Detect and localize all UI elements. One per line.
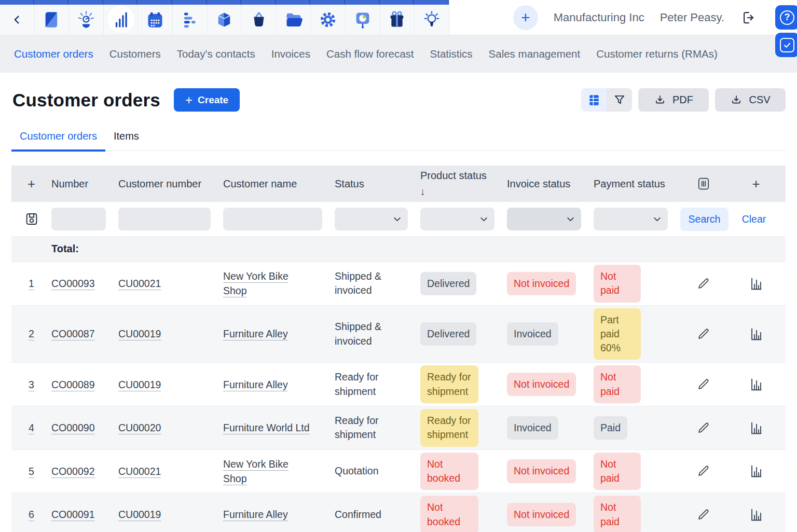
chevron-down-icon — [566, 215, 575, 224]
app-rewards[interactable] — [380, 0, 415, 35]
order-number-link[interactable]: CO00090 — [51, 422, 94, 433]
table-view-button[interactable] — [581, 88, 607, 112]
save-filter-icon[interactable] — [24, 212, 39, 226]
app-dashboard[interactable] — [69, 0, 104, 35]
search-button[interactable]: Search — [680, 208, 729, 231]
order-stats-button[interactable] — [726, 508, 786, 522]
customer-number-link[interactable]: CU00019 — [118, 509, 161, 520]
customer-name-link[interactable]: Furniture World Ltd — [223, 420, 310, 435]
product-status-filter-select[interactable] — [420, 208, 494, 230]
csv-button-label: CSV — [749, 94, 770, 106]
row-index-link[interactable]: 6 — [29, 507, 34, 522]
nav-statistics[interactable]: Statistics — [430, 48, 473, 60]
customer-name-link[interactable]: Furniture Alley — [223, 326, 288, 341]
chart-icon — [749, 464, 763, 478]
add-company-button[interactable]: + — [513, 5, 538, 30]
customer-number-filter-input[interactable] — [118, 208, 211, 230]
customer-name-filter-input[interactable] — [223, 208, 322, 230]
invoice-status-filter-select[interactable] — [507, 208, 581, 230]
number-filter-input[interactable] — [51, 208, 106, 230]
tab-customer-orders[interactable]: Customer orders — [11, 130, 105, 151]
customer-number-link[interactable]: CU00019 — [118, 379, 161, 390]
app-products[interactable] — [208, 0, 242, 35]
customer-number-link[interactable]: CU00019 — [118, 328, 161, 339]
row-index-link[interactable]: 3 — [29, 377, 34, 392]
customer-number-link[interactable]: CU00021 — [118, 466, 161, 477]
customer-name-link[interactable]: New York Bike Shop — [223, 269, 312, 298]
row-index-link[interactable]: 2 — [29, 326, 34, 341]
edit-order-button[interactable] — [680, 277, 726, 291]
payment-status-filter-select[interactable] — [594, 208, 668, 230]
nav-sales-management[interactable]: Sales management — [489, 48, 581, 60]
header-invoice-status[interactable]: Invoice status — [507, 176, 585, 192]
columns-settings-icon[interactable] — [697, 177, 710, 190]
customer-number-link[interactable]: CU00021 — [118, 278, 161, 289]
table-row: 4 CO00090 CU00020 Furniture World Ltd Re… — [11, 406, 786, 449]
question-mark-icon: ? — [780, 10, 794, 25]
add-column-icon[interactable]: + — [752, 176, 760, 192]
product-status-badge: Delivered — [420, 322, 476, 346]
header-customer-name[interactable]: Customer name — [223, 176, 311, 192]
help-button[interactable]: ? — [775, 5, 797, 30]
status-filter-select[interactable] — [335, 208, 408, 230]
edit-order-button[interactable] — [680, 464, 726, 478]
header-status[interactable]: Status — [335, 176, 379, 192]
nav-customers[interactable]: Customers — [109, 48, 161, 60]
app-logo[interactable] — [35, 0, 70, 35]
order-stats-button[interactable] — [726, 421, 786, 435]
customer-name-link[interactable]: Furniture Alley — [223, 507, 288, 522]
header-product-status[interactable]: Product status ↓ — [420, 168, 507, 200]
order-stats-button[interactable] — [726, 277, 786, 291]
edit-order-button[interactable] — [680, 508, 726, 522]
order-number-link[interactable]: CO00092 — [51, 466, 94, 477]
back-button[interactable] — [0, 0, 35, 35]
csv-export-button[interactable]: CSV — [715, 88, 786, 112]
create-button[interactable]: + Create — [174, 88, 240, 112]
customer-name-link[interactable]: New York Bike Shop — [223, 457, 312, 486]
nav-invoices[interactable]: Invoices — [271, 48, 310, 60]
pdf-export-button[interactable]: PDF — [638, 88, 709, 112]
app-reports[interactable] — [346, 0, 380, 35]
app-tasks[interactable] — [173, 0, 208, 35]
presentation-icon — [353, 10, 372, 29]
order-number-link[interactable]: CO00093 — [51, 278, 94, 289]
order-number-link[interactable]: CO00087 — [51, 328, 94, 339]
company-name[interactable]: Manufacturing Inc — [554, 11, 644, 24]
nav-cash-flow-forecast[interactable]: Cash flow forecast — [326, 48, 414, 60]
header-customer-number[interactable]: Customer number — [118, 176, 216, 192]
app-settings[interactable] — [311, 0, 346, 35]
header-number[interactable]: Number — [51, 176, 103, 192]
app-statistics[interactable] — [104, 0, 139, 35]
customer-number-link[interactable]: CU00020 — [118, 422, 161, 433]
tasks-button[interactable] — [775, 33, 797, 57]
order-stats-button[interactable] — [726, 377, 786, 391]
add-row-icon[interactable]: + — [28, 176, 35, 192]
logout-icon[interactable] — [740, 10, 755, 25]
nav-todays-contacts[interactable]: Today's contacts — [177, 48, 255, 60]
filter-view-button[interactable] — [607, 88, 632, 112]
sort-descending-icon: ↓ — [420, 186, 425, 197]
row-index-link[interactable]: 1 — [29, 276, 34, 291]
nav-customer-orders[interactable]: Customer orders — [14, 48, 93, 60]
user-name[interactable]: Peter Peasy. — [660, 11, 724, 24]
tab-items[interactable]: Items — [105, 130, 147, 151]
order-stats-button[interactable] — [726, 327, 786, 341]
nav-customer-returns[interactable]: Customer returns (RMAs) — [596, 48, 718, 60]
order-stats-button[interactable] — [726, 464, 786, 478]
app-documents[interactable] — [277, 0, 311, 35]
order-number-link[interactable]: CO00089 — [51, 379, 94, 390]
title-row: Customer orders + Create PDF CSV — [11, 88, 786, 112]
header-payment-status[interactable]: Payment status — [594, 176, 680, 192]
edit-order-button[interactable] — [680, 327, 726, 341]
edit-order-button[interactable] — [680, 377, 726, 391]
app-ideas[interactable] — [415, 0, 449, 35]
product-status-badge: Not booked — [420, 453, 478, 490]
row-index-link[interactable]: 4 — [29, 420, 34, 435]
customer-name-link[interactable]: Furniture Alley — [223, 377, 288, 392]
app-purchases[interactable] — [242, 0, 277, 35]
row-index-link[interactable]: 5 — [29, 464, 34, 479]
clear-button[interactable]: Clear — [726, 213, 786, 225]
order-number-link[interactable]: CO00091 — [51, 509, 94, 520]
app-calendar[interactable] — [138, 0, 173, 35]
edit-order-button[interactable] — [680, 421, 726, 435]
